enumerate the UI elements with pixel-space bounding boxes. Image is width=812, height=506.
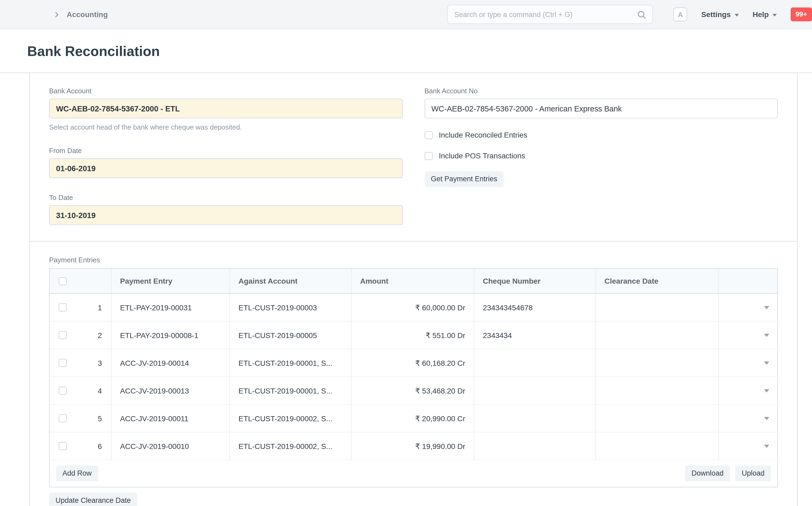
bank-account-no-field: Bank Account No bbox=[424, 87, 778, 118]
clearance-date-cell[interactable] bbox=[596, 405, 719, 432]
amount-cell[interactable]: ₹ 60,168.20 Cr bbox=[352, 349, 474, 376]
include-reconciled-label: Include Reconciled Entries bbox=[439, 131, 527, 139]
row-index: 5 bbox=[98, 414, 102, 423]
row-index: 3 bbox=[98, 358, 102, 367]
chevron-down-icon bbox=[734, 14, 739, 16]
notification-badge[interactable]: 99+ bbox=[791, 7, 812, 21]
row-checkbox[interactable] bbox=[59, 359, 67, 367]
app-viewport: Accounting A Settings Help 99+ Bank Reco… bbox=[0, 0, 812, 506]
navbar-actions: A Settings Help 99+ bbox=[674, 7, 812, 21]
row-dropdown-icon[interactable] bbox=[764, 444, 769, 448]
row-checkbox[interactable] bbox=[59, 331, 67, 339]
cheque-number-cell[interactable]: 234343454678 bbox=[474, 294, 596, 321]
cheque-number-cell[interactable] bbox=[474, 405, 596, 432]
table-row: 5 ACC-JV-2019-00011 ETL-CUST-2019-00002,… bbox=[50, 405, 777, 432]
row-checkbox[interactable] bbox=[59, 387, 67, 395]
update-clearance-row: Update Clearance Date bbox=[49, 492, 778, 506]
add-row-button[interactable]: Add Row bbox=[56, 466, 98, 481]
table-row: 6 ACC-JV-2019-00010 ETL-CUST-2019-00002,… bbox=[50, 432, 777, 460]
row-actions-cell bbox=[719, 294, 777, 321]
row-dropdown-icon[interactable] bbox=[764, 306, 769, 309]
include-pos-checkbox[interactable] bbox=[424, 152, 432, 160]
row-index: 6 bbox=[98, 442, 102, 450]
row-actions-cell bbox=[719, 377, 777, 404]
against-account-cell[interactable]: ETL-CUST-2019-00002, S... bbox=[230, 405, 352, 432]
amount-cell[interactable]: ₹ 19,990.00 Dr bbox=[352, 432, 474, 459]
select-all-cell bbox=[50, 269, 112, 293]
against-account-cell[interactable]: ETL-CUST-2019-00002, S... bbox=[230, 432, 352, 459]
cheque-number-cell[interactable] bbox=[474, 432, 596, 459]
against-account-cell[interactable]: ETL-CUST-2019-00001, S... bbox=[230, 349, 352, 376]
bank-account-no-input[interactable] bbox=[424, 99, 778, 118]
amount-cell[interactable]: ₹ 20,990.00 Cr bbox=[352, 405, 474, 432]
against-account-cell[interactable]: ETL-CUST-2019-00001, S... bbox=[230, 377, 352, 404]
amount-cell[interactable]: ₹ 551.00 Dr bbox=[352, 322, 474, 349]
row-select-cell: 6 bbox=[50, 432, 112, 459]
column-header-payment-entry: Payment Entry bbox=[112, 269, 230, 293]
form-card: Bank Account Select account head of the … bbox=[29, 73, 798, 506]
clearance-date-cell[interactable] bbox=[596, 322, 719, 349]
get-payment-entries-button[interactable]: Get Payment Entries bbox=[424, 171, 504, 187]
update-clearance-date-button[interactable]: Update Clearance Date bbox=[49, 492, 137, 506]
payment-entry-cell[interactable]: ETL-PAY-2019-00031 bbox=[112, 294, 230, 321]
clearance-date-cell[interactable] bbox=[596, 432, 719, 459]
amount-cell[interactable]: ₹ 53,468.20 Dr bbox=[352, 377, 474, 404]
page-title: Bank Reconciliation bbox=[27, 43, 812, 60]
row-dropdown-icon[interactable] bbox=[764, 334, 769, 337]
filters-right-column: Bank Account No Include Reconciled Entri… bbox=[424, 87, 778, 225]
table-row: 1 ETL-PAY-2019-00031 ETL-CUST-2019-00003… bbox=[50, 294, 777, 322]
from-date-input[interactable] bbox=[49, 158, 402, 178]
column-header-amount: Amount bbox=[352, 269, 474, 293]
payment-entry-cell[interactable]: ACC-JV-2019-00013 bbox=[112, 377, 230, 404]
select-all-checkbox[interactable] bbox=[59, 277, 67, 285]
payment-entry-cell[interactable]: ACC-JV-2019-00014 bbox=[112, 349, 230, 376]
filters-section: Bank Account Select account head of the … bbox=[30, 73, 797, 242]
bank-account-label: Bank Account bbox=[49, 87, 402, 95]
to-date-input[interactable] bbox=[49, 205, 402, 225]
payment-entry-cell[interactable]: ACC-JV-2019-00010 bbox=[112, 432, 230, 459]
row-index: 2 bbox=[98, 331, 102, 339]
amount-cell[interactable]: ₹ 60,000.00 Dr bbox=[352, 294, 474, 321]
bank-account-no-label: Bank Account No bbox=[424, 87, 778, 95]
row-select-cell: 3 bbox=[50, 349, 112, 376]
bank-account-description: Select account head of the bank where ch… bbox=[49, 123, 402, 131]
payment-entry-cell[interactable]: ACC-JV-2019-00011 bbox=[112, 405, 230, 432]
against-account-cell[interactable]: ETL-CUST-2019-00003 bbox=[230, 294, 352, 321]
row-dropdown-icon[interactable] bbox=[764, 361, 769, 364]
bank-account-field: Bank Account Select account head of the … bbox=[49, 87, 402, 131]
against-account-cell[interactable]: ETL-CUST-2019-00005 bbox=[230, 322, 352, 349]
clearance-date-cell[interactable] bbox=[596, 349, 719, 376]
row-checkbox[interactable] bbox=[59, 442, 67, 450]
row-dropdown-icon[interactable] bbox=[764, 389, 769, 392]
row-dropdown-icon[interactable] bbox=[764, 417, 769, 420]
row-actions-cell bbox=[719, 405, 777, 432]
download-button[interactable]: Download bbox=[685, 466, 730, 481]
clearance-date-cell[interactable] bbox=[596, 377, 719, 404]
page-head: Bank Reconciliation bbox=[0, 29, 812, 73]
avatar[interactable]: A bbox=[674, 7, 687, 21]
settings-menu[interactable]: Settings bbox=[701, 10, 739, 19]
row-checkbox[interactable] bbox=[59, 304, 67, 311]
breadcrumb-label[interactable]: Accounting bbox=[67, 10, 108, 19]
from-date-label: From Date bbox=[49, 147, 402, 155]
upload-button[interactable]: Upload bbox=[735, 466, 771, 481]
from-date-field: From Date bbox=[49, 147, 402, 178]
top-navbar: Accounting A Settings Help 99+ bbox=[0, 0, 812, 29]
include-reconciled-checkbox[interactable] bbox=[424, 131, 432, 139]
cheque-number-cell[interactable] bbox=[474, 377, 596, 404]
column-header-clearance-date: Clearance Date bbox=[596, 269, 719, 293]
filters-left-column: Bank Account Select account head of the … bbox=[49, 87, 402, 225]
search-input[interactable] bbox=[454, 10, 637, 18]
payment-entry-cell[interactable]: ETL-PAY-2019-00008-1 bbox=[112, 322, 230, 349]
row-select-cell: 5 bbox=[50, 405, 112, 432]
bank-account-input[interactable] bbox=[49, 99, 402, 118]
cheque-number-cell[interactable] bbox=[474, 349, 596, 376]
help-menu[interactable]: Help bbox=[752, 10, 777, 19]
breadcrumb[interactable]: Accounting bbox=[53, 10, 108, 19]
row-checkbox[interactable] bbox=[59, 414, 67, 422]
include-pos-label: Include POS Transactions bbox=[439, 151, 525, 160]
cheque-number-cell[interactable]: 2343434 bbox=[474, 322, 596, 349]
row-actions-cell bbox=[719, 322, 777, 349]
row-actions-cell bbox=[719, 432, 777, 459]
clearance-date-cell[interactable] bbox=[596, 294, 719, 321]
